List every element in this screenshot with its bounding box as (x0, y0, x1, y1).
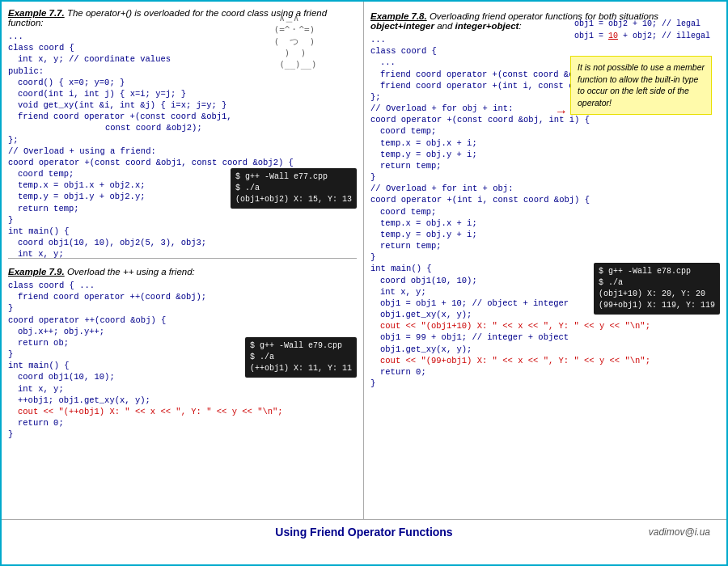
code-line: coord obj1(10, 10); (370, 275, 569, 286)
code-line: } (370, 171, 720, 183)
code-line: int x, y; (8, 248, 357, 259)
code-line: temp.y = obj.y + i; (370, 229, 720, 240)
code-line: return 0; (8, 417, 357, 429)
right-panel-inner: obj1 = obj2 + 10; // legal obj1 = 10 + o… (370, 11, 720, 389)
example-77-section: Example 7.7. The operator+() is overload… (8, 8, 357, 259)
code-line: temp.x = obj.x + i; (370, 218, 720, 229)
code-line: ++obj1; obj1.get_xy(x, y); (8, 395, 357, 406)
example-77-title-underline: Example 7.7. (8, 8, 65, 18)
main-container: Example 7.7. The operator+() is overload… (0, 0, 728, 566)
code-line: friend coord operator ++(coord &obj); (8, 291, 357, 302)
code-line: obj1 = obj1 + 10; // object + integer (370, 298, 569, 309)
page-title: Using Friend Operator Functions (275, 526, 452, 539)
bottom-bar: Using Friend Operator Functions vadimov@… (2, 519, 726, 543)
code-line: class coord { ... (8, 280, 357, 291)
top-right-code: obj1 = obj2 + 10; // legal obj1 = 10 + o… (574, 18, 710, 42)
code-line: coord temp; (8, 168, 146, 180)
code-line: temp.y = obj.y + i; (370, 149, 720, 160)
code-line: coord operator +(const coord &obj1, cons… (8, 157, 357, 168)
example-79-title-text: Overload the ++ using a friend: (65, 267, 195, 277)
code-line: obj.x++; obj.y++; (8, 326, 357, 337)
code-line: }; (8, 134, 357, 146)
code-line: void get_xy(int &i, int &j) { i=x; j=y; … (8, 99, 357, 111)
code-line: temp.x = obj1.x + obj2.x; (8, 180, 146, 191)
content-area: Example 7.7. The operator+() is overload… (2, 2, 726, 519)
code-line: coord obj1(10, 10); (8, 371, 115, 382)
sticky-note-text: It is not possible to use a member funct… (578, 62, 705, 108)
code-line: } (370, 251, 720, 263)
code-line-red: cout << "(99+obj1) X: " << x << ", Y: " … (370, 355, 720, 366)
code-line: coord obj1(10, 10), obj2(5, 3), obj3; (8, 237, 357, 248)
sticky-note: It is not possible to use a member funct… (570, 56, 712, 115)
code-line: return ob; (8, 337, 115, 348)
terminal-78: $ g++ -Wall e78.cpp $ ./a (obj1+10) X: 2… (594, 263, 720, 315)
example-79-code: class coord { ... friend coord operator … (8, 280, 357, 440)
code-line: int main() { (8, 226, 357, 237)
example-79-title: Example 7.9. Overload the ++ using a fri… (8, 267, 357, 277)
code-lines-left: coord temp; temp.x = obj1.x + obj2.x; te… (8, 168, 146, 214)
code-line: int x, y; (8, 383, 115, 395)
page-email: vadimov@i.ua (613, 526, 710, 538)
code-line: } (8, 214, 357, 226)
code-line: coord temp; (370, 206, 720, 218)
code-line: friend coord operator +(const coord &obj… (8, 111, 357, 122)
terminal-box-78: $ g++ -Wall e78.cpp $ ./a (obj1+10) X: 2… (594, 263, 720, 315)
code-line: } (8, 429, 357, 440)
code-line: temp.x = obj.x + i; (370, 137, 720, 149)
code-line: int x, y; (370, 286, 569, 298)
code-line: return 0; (370, 366, 720, 378)
example-78-main-section: int main() { coord obj1(10, 10); int x, … (370, 263, 720, 320)
left-panel: Example 7.7. The operator+() is overload… (2, 2, 364, 519)
code-line: obj1.get_xy(x, y); (370, 309, 569, 320)
top-right-line2: obj1 = 10 + obj2; // illegal (574, 30, 710, 42)
code-line: int main() { (8, 360, 115, 371)
code-line: coord() { x=0; y=0; } (8, 77, 357, 88)
code-line-red: cout << "(++obj1) X: " << x << ", Y: " <… (8, 406, 357, 417)
code-with-terminal-79: return ob; } int main() { coord obj1(10,… (8, 337, 357, 395)
code-line: coord(int i, int j) { x=i; y=j; } (8, 88, 357, 99)
arrow-right-icon: → (555, 104, 568, 119)
code-line: return temp; (8, 203, 146, 214)
example-79-section: Example 7.9. Overload the ++ using a fri… (8, 264, 357, 506)
code-line: // Overload + using a friend: (8, 146, 357, 157)
right-panel: obj1 = obj2 + 10; // legal obj1 = 10 + o… (364, 2, 726, 519)
code-line: } (8, 302, 357, 314)
code-line: obj1.get_xy(x, y); (370, 344, 720, 355)
code-line: coord operator ++(coord &obj) { (8, 315, 357, 326)
top-right-line1: obj1 = obj2 + 10; // legal (574, 18, 710, 30)
terminal-77: $ g++ -Wall e77.cpp $ ./a (obj1+obj2) X:… (231, 168, 357, 209)
code-line: coord temp; (370, 125, 720, 137)
example-79-title-underline: Example 7.9. (8, 267, 65, 277)
example-78-main-code: int main() { coord obj1(10, 10); int x, … (370, 263, 569, 320)
code-line: return temp; (370, 160, 720, 171)
code-line: int main() { (370, 263, 569, 274)
code-line: return temp; (370, 240, 720, 251)
cat-decoration: ∧＿∧ (=^・^=) ( つ ) ) ) (__)__) (269, 13, 317, 70)
code-line: // Overload + for int + obj: (370, 183, 720, 194)
code-line: obj1 = 99 + obj1; // integer + object (370, 332, 720, 343)
code-lines-left-79: return ob; } int main() { coord obj1(10,… (8, 337, 115, 395)
terminal-79: $ g++ -Wall e79.cpp $ ./a (++obj1) X: 11… (245, 337, 357, 378)
code-line: } (370, 378, 720, 389)
code-line-red: cout << "(obj1+10) X: " << x << ", Y: " … (370, 320, 720, 332)
code-line: coord operator +(int i, const coord &obj… (370, 194, 720, 205)
example-78-title-underline: Example 7.8. (370, 11, 427, 21)
terminal-box-79: $ g++ -Wall e79.cpp $ ./a (++obj1) X: 11… (245, 337, 357, 378)
code-line: } (8, 348, 115, 360)
code-line: temp.y = obj1.y + obj2.y; (8, 191, 146, 202)
terminal-box-77: $ g++ -Wall e77.cpp $ ./a (obj1+obj2) X:… (231, 168, 357, 209)
code-with-terminal: coord temp; temp.x = obj1.x + obj2.x; te… (8, 168, 357, 214)
code-line: const coord &obj2); (8, 122, 357, 133)
code-line: coord operator +(const coord &obj, int i… (370, 114, 720, 125)
